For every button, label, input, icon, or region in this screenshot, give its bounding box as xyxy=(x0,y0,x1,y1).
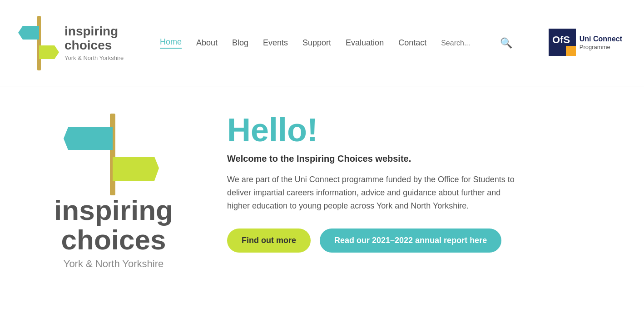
hero-content: Hello! Welcome to the Inspiring Choices … xyxy=(227,104,617,253)
hero-sign-icon xyxy=(64,114,163,195)
ofs-badge: OfS Uni Connect Programme xyxy=(549,29,626,58)
site-header: inspiring choices York & North Yorkshire… xyxy=(0,0,644,86)
logo-sign-icon xyxy=(18,16,59,70)
logo-region: York & North Yorkshire xyxy=(64,55,124,61)
svg-marker-8 xyxy=(113,157,159,181)
search-input[interactable] xyxy=(441,39,495,47)
nav-home[interactable]: Home xyxy=(160,37,182,49)
main-content: inspiring choices York & North Yorkshire… xyxy=(0,86,644,288)
logo-inspiring: inspiring xyxy=(64,25,124,39)
nav-about[interactable]: About xyxy=(196,38,218,48)
hello-heading: Hello! xyxy=(227,114,617,146)
nav-support[interactable]: Support xyxy=(302,38,331,48)
svg-text:OfS: OfS xyxy=(552,34,570,45)
search-area: 🔍 xyxy=(441,37,512,49)
nav-events[interactable]: Events xyxy=(263,38,288,48)
nav-blog[interactable]: Blog xyxy=(232,38,248,48)
logo-text: inspiring choices York & North Yorkshire xyxy=(64,25,124,61)
ofs-line2: Programme xyxy=(580,44,622,51)
svg-rect-4 xyxy=(566,46,576,56)
nav-contact[interactable]: Contact xyxy=(398,38,426,48)
logo-choices: choices xyxy=(64,39,124,53)
search-icon[interactable]: 🔍 xyxy=(500,37,512,49)
svg-rect-6 xyxy=(110,114,115,195)
hero-choices: choices xyxy=(54,225,173,254)
hero-region: York & North Yorkshire xyxy=(54,258,173,270)
nav-evaluation[interactable]: Evaluation xyxy=(346,38,384,48)
ofs-text: Uni Connect Programme xyxy=(576,33,626,54)
hero-inspiring: inspiring xyxy=(54,195,173,225)
main-nav: Home About Blog Events Support Evaluatio… xyxy=(160,37,512,49)
description-text: We are part of the Uni Connect programme… xyxy=(227,173,518,212)
hero-logo: inspiring choices York & North Yorkshire xyxy=(27,104,200,270)
annual-report-button[interactable]: Read our 2021–2022 annual report here xyxy=(320,229,501,253)
hero-text-block: inspiring choices York & North Yorkshire xyxy=(54,195,173,270)
svg-marker-2 xyxy=(39,45,59,59)
welcome-text: Welcome to the Inspiring Choices website… xyxy=(227,154,617,164)
ofs-logo-icon: OfS xyxy=(549,29,576,56)
svg-marker-1 xyxy=(18,26,39,40)
logo-area: inspiring choices York & North Yorkshire xyxy=(18,16,124,70)
cta-buttons: Find out more Read our 2021–2022 annual … xyxy=(227,229,617,253)
svg-marker-7 xyxy=(64,127,113,150)
ofs-line1: Uni Connect xyxy=(580,35,622,44)
find-out-more-button[interactable]: Find out more xyxy=(227,229,311,253)
svg-rect-0 xyxy=(37,16,41,70)
